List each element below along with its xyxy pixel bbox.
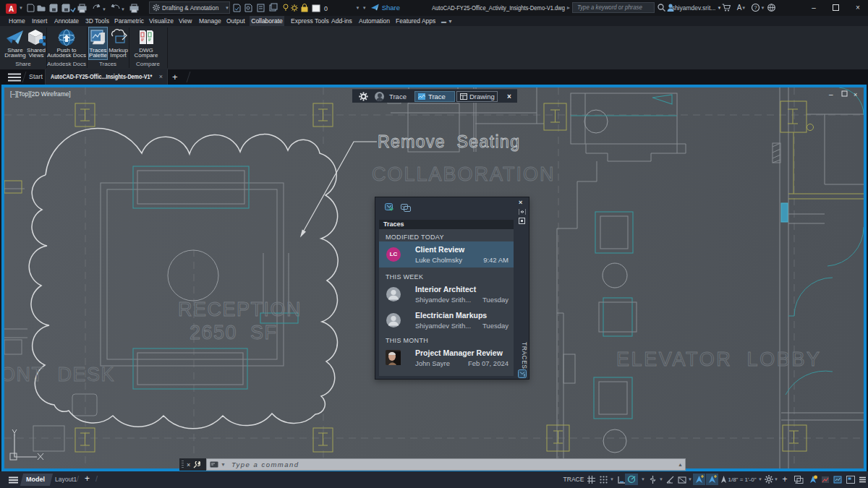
svg-text:A: A — [9, 5, 14, 13]
svg-text:0: 0 — [324, 5, 328, 12]
svg-text:2650 SF: 2650 SF — [190, 322, 278, 343]
svg-text:?: ? — [754, 4, 757, 11]
svg-text:ELEVATOR LOBBY: ELEVATOR LOBBY — [616, 348, 822, 370]
svg-text:▼: ▼ — [102, 7, 106, 12]
svg-text:[–][Top][2D Wireframe]: [–][Top][2D Wireframe] — [10, 90, 71, 98]
svg-text:COLLABORATION: COLLABORATION — [372, 163, 556, 185]
svg-text:–: – — [829, 90, 833, 98]
svg-text:ONT DESK: ONT DESK — [4, 364, 115, 385]
svg-text:×: × — [854, 91, 857, 98]
svg-text:▼: ▼ — [121, 7, 125, 12]
svg-text:RECEPTION: RECEPTION — [178, 299, 302, 320]
svg-text:Remove Seating: Remove Seating — [378, 132, 520, 151]
